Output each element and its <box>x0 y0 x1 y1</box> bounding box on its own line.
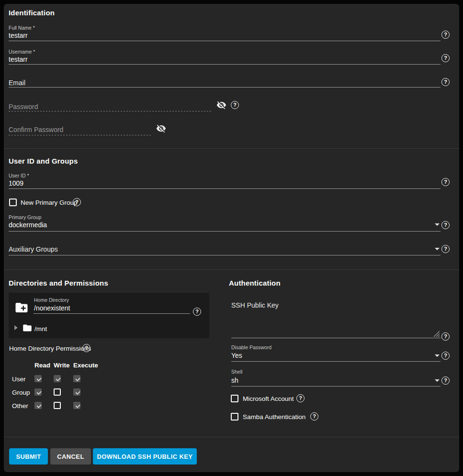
footer-divider <box>4 437 459 437</box>
perm-col-execute: Execute <box>73 362 98 369</box>
ssh-public-key-underline <box>231 338 440 338</box>
user-id-input[interactable]: 1009 <box>9 179 23 187</box>
perm-group-execute-checkbox[interactable] <box>73 388 80 396</box>
perm-col-read: Read <box>34 362 50 369</box>
section-title-user-id-groups: User ID and Groups <box>9 157 78 165</box>
disable-password-select[interactable]: Yes <box>231 352 242 359</box>
samba-authentication-checkbox[interactable] <box>231 413 238 421</box>
perm-row-group-label: Group <box>12 389 30 396</box>
user-id-underline <box>9 188 440 189</box>
textarea-resize-handle[interactable] <box>433 331 440 337</box>
full-name-label: Full Name * <box>9 25 35 31</box>
home-directory-help-icon[interactable]: ? <box>193 308 201 316</box>
home-directory-input[interactable]: /nonexistent <box>34 304 70 312</box>
shell-help-icon[interactable]: ? <box>441 376 450 385</box>
confirm-password-input[interactable]: Confirm Password <box>9 126 63 133</box>
ssh-public-key-textarea[interactable]: SSH Public Key <box>231 301 279 309</box>
home-directory-permissions-title: Home Directory Permissions <box>9 345 91 352</box>
section-title-identification: Identification <box>9 9 55 17</box>
perm-row-other-label: Other <box>12 402 28 410</box>
auxiliary-groups-underline <box>9 255 440 255</box>
password-input[interactable]: Password <box>9 103 38 111</box>
password-visibility-off-icon[interactable] <box>216 100 226 110</box>
user-id-help-icon[interactable]: ? <box>441 178 450 186</box>
username-label: Username * <box>9 49 35 55</box>
new-primary-group-help-icon[interactable]: ? <box>73 198 81 206</box>
primary-group-underline <box>9 231 440 232</box>
home-directory-permissions-help-icon[interactable]: ? <box>82 344 90 352</box>
auxiliary-groups-chevron-down-icon[interactable] <box>435 248 440 250</box>
shell-select[interactable]: sh <box>231 376 238 384</box>
section-divider <box>4 148 459 149</box>
cancel-button[interactable]: CANCEL <box>50 448 91 465</box>
download-ssh-public-key-button[interactable]: DOWNLOAD SSH PUBLIC KEY <box>93 448 197 465</box>
samba-authentication-help-icon[interactable]: ? <box>310 412 318 421</box>
section-title-directories: Directories and Permissions <box>9 279 108 287</box>
confirm-password-underline <box>9 135 152 135</box>
perm-group-write-checkbox[interactable] <box>54 388 61 396</box>
section-title-authentication: Authentication <box>229 279 281 287</box>
submit-button[interactable]: SUBMIT <box>9 448 48 465</box>
full-name-input[interactable]: testarr <box>9 32 28 39</box>
username-input[interactable]: testarr <box>9 55 28 63</box>
microsoft-account-checkbox[interactable] <box>231 395 238 402</box>
primary-group-help-icon[interactable]: ? <box>441 221 450 229</box>
shell-label: Shell <box>231 369 242 375</box>
primary-group-select[interactable]: dockermedia <box>9 221 47 229</box>
perm-group-read-checkbox[interactable] <box>34 388 42 396</box>
auxiliary-groups-select[interactable]: Auxiliary Groups <box>9 245 58 253</box>
email-help-icon[interactable]: ? <box>441 78 450 86</box>
username-help-icon[interactable]: ? <box>441 54 450 62</box>
home-directory-underline <box>34 313 190 314</box>
tree-expand-arrow-icon[interactable] <box>14 325 18 330</box>
microsoft-account-label: Microsoft Account <box>243 395 294 402</box>
new-primary-group-label: New Primary Group <box>21 199 78 206</box>
disable-password-help-icon[interactable]: ? <box>441 352 450 360</box>
shell-underline <box>231 386 440 387</box>
email-input[interactable]: Email <box>9 79 25 87</box>
auxiliary-groups-help-icon[interactable]: ? <box>441 245 450 253</box>
email-underline <box>9 87 440 88</box>
new-primary-group-checkbox[interactable] <box>9 199 17 206</box>
password-underline <box>9 111 212 111</box>
full-name-underline <box>9 41 440 41</box>
disable-password-chevron-down-icon[interactable] <box>435 354 440 357</box>
create-new-folder-icon[interactable] <box>14 300 29 315</box>
disable-password-label: Disable Password <box>231 344 271 350</box>
folder-icon <box>22 323 33 333</box>
primary-group-chevron-down-icon[interactable] <box>435 223 440 226</box>
microsoft-account-help-icon[interactable]: ? <box>296 394 305 402</box>
username-underline <box>9 64 440 65</box>
section-divider <box>4 269 459 270</box>
perm-other-write-checkbox[interactable] <box>54 402 61 409</box>
perm-user-execute-checkbox[interactable] <box>73 375 80 382</box>
user-form-card: Identification Full Name * testarr ? Use… <box>4 4 459 472</box>
screen: Identification Full Name * testarr ? Use… <box>0 0 463 476</box>
perm-user-write-checkbox[interactable] <box>54 375 61 382</box>
perm-row-user-label: User <box>12 376 26 383</box>
samba-authentication-label: Samba Authentication <box>243 413 305 421</box>
perm-user-read-checkbox[interactable] <box>34 375 42 382</box>
home-directory-label: Home Directory <box>34 297 69 303</box>
confirm-password-visibility-off-icon[interactable] <box>156 123 166 133</box>
disable-password-underline <box>231 361 440 362</box>
tree-item-mnt[interactable]: /mnt <box>34 325 47 332</box>
user-id-label: User ID * <box>9 173 29 178</box>
ssh-public-key-help-icon[interactable]: ? <box>441 332 450 341</box>
perm-col-write: Write <box>54 362 70 369</box>
full-name-help-icon[interactable]: ? <box>441 31 450 39</box>
shell-chevron-down-icon[interactable] <box>435 379 440 382</box>
perm-other-execute-checkbox[interactable] <box>73 402 80 409</box>
perm-other-read-checkbox[interactable] <box>34 402 42 409</box>
primary-group-label: Primary Group <box>9 214 41 220</box>
password-help-icon[interactable]: ? <box>231 101 239 109</box>
